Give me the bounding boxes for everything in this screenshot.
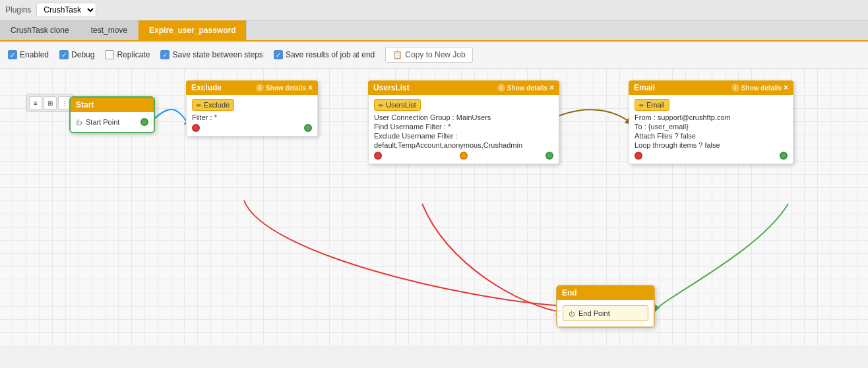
- attach-value: false: [681, 132, 696, 140]
- userslist-node-header: UsersList i Show details ×: [368, 80, 559, 95]
- email-loop: Loop through items ? false: [635, 141, 788, 149]
- end-point-label: End Point: [578, 309, 610, 317]
- to-label: To :: [635, 123, 646, 131]
- start-output-dot[interactable]: [140, 118, 148, 126]
- exclude-filter-label: Filter :: [192, 113, 212, 121]
- email-node-header: Email i Show details ×: [629, 80, 793, 95]
- save-results-item: Save results of job at end: [274, 50, 375, 59]
- end-node: End End Point: [556, 285, 655, 328]
- save-state-checkbox[interactable]: [160, 50, 170, 59]
- exclude-pencil-icon: [197, 101, 202, 109]
- email-from: From : support@crushftp.com: [635, 113, 788, 121]
- loop-value: false: [704, 141, 720, 149]
- exclude-filter: Filter : *: [192, 113, 312, 121]
- copy-to-new-job-button[interactable]: 📋 Copy to New Job: [385, 47, 472, 63]
- loop-label: Loop through items ?: [635, 141, 702, 149]
- debug-item: Debug: [59, 50, 94, 59]
- save-state-label: Save state between steps: [172, 50, 263, 59]
- exclude-close-btn[interactable]: ×: [308, 83, 313, 92]
- copy-icon: 📋: [392, 50, 402, 59]
- replicate-checkbox[interactable]: [105, 50, 114, 59]
- save-results-checkbox[interactable]: [274, 50, 283, 59]
- find-label: Find Username Filter :: [374, 123, 446, 131]
- email-info-icon: i: [731, 84, 739, 92]
- email-node: Email i Show details × Email From : supp…: [629, 80, 793, 164]
- exclude-green-dot[interactable]: [304, 124, 312, 132]
- exclude-show-details[interactable]: Show details: [266, 84, 306, 92]
- email-show-details[interactable]: Show details: [741, 84, 782, 92]
- attach-label: Attach Files ?: [635, 132, 679, 140]
- plugins-bar: Plugins CrushTask: [0, 0, 868, 20]
- userslist-tag: UsersList: [374, 99, 421, 111]
- find-value: *: [448, 123, 450, 131]
- email-green-dot[interactable]: [780, 152, 788, 160]
- from-value: support@crushftp.com: [658, 113, 731, 121]
- email-pencil-icon: [639, 101, 644, 109]
- exclude-node: Exclude i Show details × Exclude Filter …: [186, 80, 318, 137]
- userslist-green-dot[interactable]: [545, 152, 553, 160]
- enabled-item: Enabled: [8, 50, 49, 59]
- debug-label: Debug: [71, 50, 94, 59]
- userslist-info-icon: i: [497, 84, 505, 92]
- userslist-tag-label: UsersList: [386, 101, 416, 109]
- userslist-find-filter: Find Username Filter : *: [374, 123, 553, 131]
- tab-expire-user-password[interactable]: Expire_user_password: [139, 20, 247, 40]
- email-header-label: Email: [634, 83, 655, 92]
- userslist-red-dot[interactable]: [374, 152, 382, 160]
- tab-test-move[interactable]: test_move: [80, 20, 139, 40]
- email-close-btn[interactable]: ×: [784, 83, 788, 92]
- from-label: From :: [635, 113, 656, 121]
- exclude-filter-value: *: [214, 113, 217, 121]
- debug-checkbox[interactable]: [59, 50, 69, 59]
- exclude-tag-label: Exclude: [204, 101, 230, 109]
- toolbar: Enabled Debug Replicate Save state betwe…: [0, 42, 868, 69]
- email-tag: Email: [635, 99, 669, 111]
- to-value: {user_email}: [648, 123, 689, 131]
- userslist-node-body: UsersList User Connection Group : MainUs…: [368, 95, 559, 164]
- plugin-select[interactable]: CrushTask: [36, 3, 96, 17]
- userslist-ucg: User Connection Group : MainUsers: [374, 113, 553, 121]
- userslist-orange-dot[interactable]: [460, 152, 468, 160]
- start-node: Start Start Point: [69, 96, 155, 133]
- exclude-node-header: Exclude i Show details ×: [186, 80, 318, 95]
- exclude-node-body: Exclude Filter : *: [186, 95, 318, 137]
- mini-btn-2[interactable]: ⊞: [44, 96, 57, 109]
- start-header-label: Start: [76, 100, 94, 109]
- replicate-label: Replicate: [117, 50, 150, 59]
- end-node-body: End Point: [557, 300, 654, 327]
- exclude-username-value: default,TempAccount,anonymous,Crushadmin: [374, 141, 522, 149]
- mini-toolbar: ≡ ⊞ ⋮: [26, 94, 74, 112]
- email-red-dot[interactable]: [635, 152, 642, 160]
- canvas-area: ≡ ⊞ ⋮ Start Start Point Exclude i Show d…: [0, 69, 868, 346]
- userslist-pencil-icon: [379, 101, 384, 109]
- exclude-username-label: Exclude Username Filter :: [374, 132, 458, 140]
- save-state-item: Save state between steps: [160, 50, 263, 59]
- exclude-info-icon: i: [256, 84, 264, 92]
- end-power-icon: [569, 309, 574, 318]
- email-node-body: Email From : support@crushftp.com To : {…: [629, 95, 793, 164]
- enabled-checkbox[interactable]: [8, 50, 17, 59]
- exclude-header-label: Exclude: [191, 83, 222, 92]
- email-to: To : {user_email}: [635, 123, 788, 131]
- start-node-body: Start Point: [71, 112, 154, 132]
- start-power-icon: [76, 117, 82, 127]
- save-results-label: Save results of job at end: [286, 50, 375, 59]
- userslist-show-details[interactable]: Show details: [507, 84, 547, 92]
- tab-crushtask-clone[interactable]: CrushTask clone: [0, 20, 80, 40]
- start-node-header: Start: [71, 98, 154, 112]
- userslist-close-btn[interactable]: ×: [549, 83, 554, 92]
- userslist-exclude-filter: Exclude Username Filter :: [374, 132, 553, 140]
- copy-btn-label: Copy to New Job: [405, 50, 465, 59]
- mini-btn-1[interactable]: ≡: [29, 96, 42, 109]
- start-point-label: Start Point: [86, 118, 119, 126]
- replicate-item: Replicate: [105, 50, 150, 59]
- email-attach: Attach Files ? false: [635, 132, 788, 140]
- userslist-node: UsersList i Show details × UsersList Use…: [368, 80, 559, 164]
- enabled-label: Enabled: [20, 50, 49, 59]
- tabs-bar: CrushTask clone test_move Expire_user_pa…: [0, 20, 868, 42]
- plugins-label: Plugins: [5, 5, 31, 15]
- exclude-red-dot[interactable]: [192, 124, 200, 132]
- userslist-header-label: UsersList: [373, 83, 410, 92]
- ucg-label: User Connection Group :: [374, 113, 454, 121]
- end-header-label: End: [562, 288, 577, 297]
